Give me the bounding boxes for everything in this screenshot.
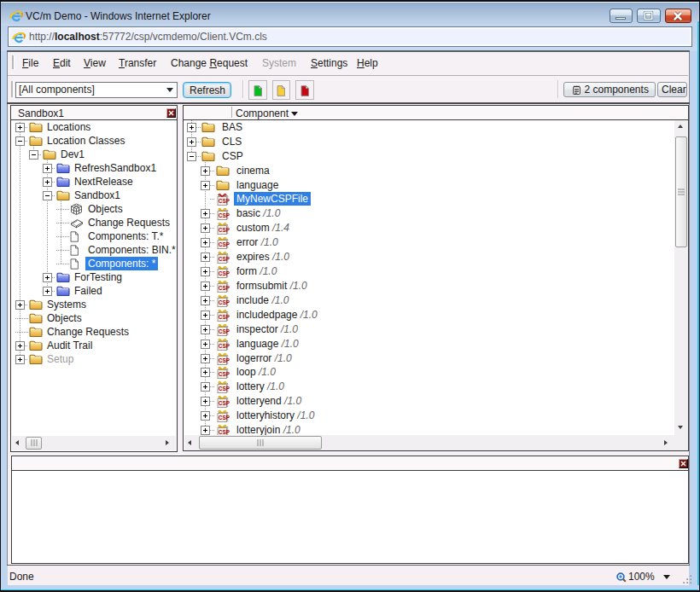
svg-text:CSP: CSP bbox=[218, 400, 229, 406]
svg-text:CSP: CSP bbox=[218, 314, 229, 320]
svg-text:CSP: CSP bbox=[218, 371, 229, 377]
svg-text:CSP: CSP bbox=[218, 415, 229, 421]
svg-text:CSP: CSP bbox=[218, 299, 229, 305]
svg-text:CSP: CSP bbox=[218, 429, 229, 435]
svg-text:CSP: CSP bbox=[218, 285, 229, 291]
svg-text:CSP: CSP bbox=[218, 227, 229, 233]
svg-text:CSP: CSP bbox=[218, 386, 229, 392]
svg-text:CSP: CSP bbox=[218, 212, 229, 218]
svg-text:CSP: CSP bbox=[218, 198, 229, 204]
svg-text:CSP: CSP bbox=[218, 270, 229, 276]
svg-text:CSP: CSP bbox=[218, 328, 229, 334]
svg-text:CSP: CSP bbox=[218, 241, 229, 247]
svg-text:CSP: CSP bbox=[218, 357, 229, 363]
svg-text:CSP: CSP bbox=[218, 256, 229, 262]
svg-text:CSP: CSP bbox=[218, 343, 229, 349]
